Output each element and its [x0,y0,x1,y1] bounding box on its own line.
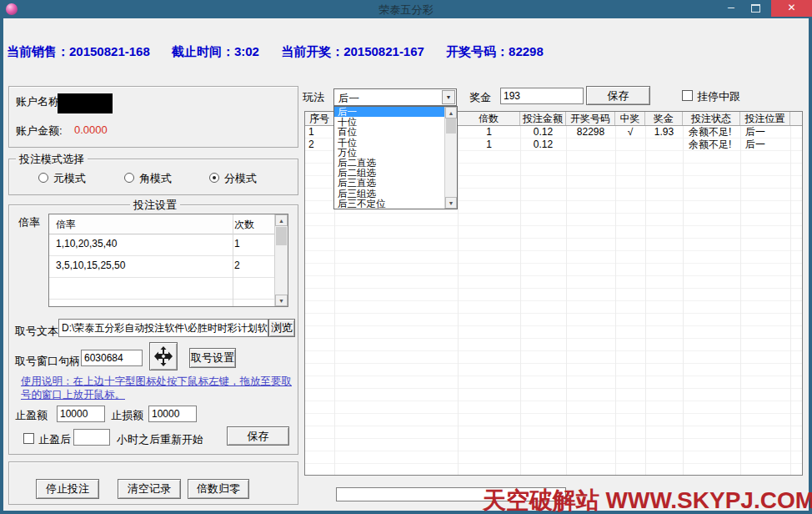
usage-instructions: 使用说明：在上边十字型图标处按下鼠标左键，拖放至要取号的窗口上放开鼠标。 [21,375,293,401]
title-bar[interactable]: 荣泰五分彩 – ✕ [0,0,812,18]
radio-jiao-mode-label[interactable]: 角模式 [139,171,172,186]
rate-row-empty[interactable] [49,278,276,300]
record-multiple[interactable]: 1 [458,126,520,139]
record-win-checkmark[interactable]: √ [615,126,645,139]
col-win[interactable]: 中奖 [615,112,645,125]
prize-input[interactable] [500,88,584,104]
dropdown-option[interactable]: 后三直选 [334,178,445,188]
rate-label: 倍率 [18,215,40,230]
save-prize-button[interactable]: 保存 [586,86,650,105]
hang-follow-checkbox[interactable] [682,90,693,101]
column-divider [233,214,233,306]
chevron-down-icon[interactable]: ▼ [442,90,455,104]
crosshair-drag-button[interactable] [149,342,178,370]
hang-follow-label[interactable]: 挂停中跟 [697,89,740,104]
window-handle-label: 取号窗口句柄 [15,354,80,369]
action-buttons-panel: 停止投注 清空记录 倍数归零 [8,461,298,505]
record-draw-number[interactable] [566,139,615,151]
rate-table-header: 倍率 次数 [49,214,276,234]
stop-loss-label: 止损额 [111,408,143,423]
bet-settings-group-title: 投注设置 [130,198,180,213]
col-draw-number[interactable]: 开奖号码 [566,112,615,125]
dropdown-option[interactable]: 十位 [334,117,445,127]
count-value: 2 [234,260,240,271]
fetch-settings-button[interactable]: 取号设置 [189,348,236,368]
resume-suffix-label: 小时之后重新开始 [117,432,203,447]
rate-value: 3,5,10,15,25,50 [56,260,125,271]
record-seq[interactable]: 1 [308,126,332,139]
scroll-up-icon[interactable]: ▲ [275,214,288,226]
bet-mode-group: 投注模式选择 元模式 角模式 分模式 [8,159,298,195]
save-settings-button[interactable]: 保存 [227,426,289,446]
col-filler [790,112,802,125]
radio-fen-mode[interactable] [209,173,219,183]
scroll-down-icon[interactable]: ▼ [275,295,288,306]
dropdown-scrollbar[interactable]: ▲ ▼ [444,107,457,209]
dropdown-option[interactable]: 后一 [334,107,445,117]
dropdown-option[interactable]: 后三不定位 [334,199,445,209]
clear-records-button[interactable]: 清空记录 [118,479,181,499]
resume-hours-input[interactable] [73,429,110,446]
dropdown-option[interactable]: 后二直选 [334,158,445,168]
record-position[interactable]: 后一 [745,126,795,139]
dropdown-option[interactable]: 后三组选 [334,189,445,199]
status-current-draw: 当前开奖：20150821-167 [281,44,424,58]
scroll-up-icon[interactable]: ▲ [445,107,457,118]
record-prize[interactable]: 1.93 [645,126,683,139]
scrollbar-thumb[interactable] [276,227,287,245]
dropdown-option[interactable]: 万位 [334,148,445,158]
rate-row[interactable]: 1,10,20,35,40 1 [49,234,276,256]
rate-col-header: 倍率 [56,218,76,232]
scroll-down-icon[interactable]: ▼ [445,197,457,209]
status-bar: 当前销售：20150821-168 截止时间：3:02 当前开奖：2015082… [7,44,799,60]
record-status[interactable]: 余额不足! [689,139,746,151]
play-type-selected: 后一 [338,92,359,106]
account-balance-label: 账户金额: [16,123,63,139]
radio-yuan-mode[interactable] [38,173,48,183]
window-handle-input[interactable] [81,350,143,366]
stop-win-input[interactable] [57,406,105,422]
record-position[interactable]: 后一 [745,139,795,151]
status-draw-number: 开奖号码：82298 [446,44,544,58]
record-amount[interactable]: 0.12 [520,126,566,139]
fetch-text-input[interactable]: D:\荣泰五分彩自动投注软件\必胜时时彩计划软件 [58,319,268,337]
record-amount[interactable]: 0.12 [520,139,566,151]
dropdown-option[interactable]: 千位 [334,138,445,148]
status-current-sale: 当前销售：20150821-168 [7,44,150,58]
account-name-redacted [58,93,113,113]
minimize-button[interactable]: – [722,1,740,16]
col-seq[interactable]: 序号 [305,112,334,125]
stop-loss-input[interactable] [148,406,197,422]
radio-fen-mode-label[interactable]: 分模式 [224,171,257,186]
record-multiple[interactable]: 1 [458,139,520,151]
record-win-checkmark[interactable] [615,139,645,151]
bet-mode-group-title: 投注模式选择 [16,152,88,167]
record-draw-number[interactable]: 82298 [566,126,615,139]
prize-label: 奖金 [469,90,491,105]
play-type-combobox[interactable]: 后一 ▼ [333,88,457,106]
record-status[interactable]: 余额不足! [689,126,746,139]
dropdown-option[interactable]: 百位 [334,127,445,137]
close-button[interactable]: ✕ [771,0,812,17]
account-name-label: 账户名称: [16,94,63,109]
dropdown-option[interactable]: 后二组选 [334,168,445,178]
col-multiple[interactable]: 倍数 [458,112,520,125]
record-prize[interactable] [645,139,683,151]
col-position[interactable]: 投注位置 [740,112,790,125]
resume-checkbox-label[interactable]: 止盈后 [38,432,71,447]
rate-table-scrollbar[interactable]: ▲ ▼ [274,214,288,306]
radio-jiao-mode[interactable] [124,173,134,183]
browse-button[interactable]: 浏览 [268,319,295,337]
maximize-icon[interactable] [751,4,760,13]
col-status[interactable]: 投注状态 [683,112,740,125]
rate-row[interactable]: 3,5,10,15,25,50 2 [49,256,276,278]
stop-betting-button[interactable]: 停止投注 [36,479,99,499]
col-prize[interactable]: 奖金 [645,112,683,125]
scrollbar-thumb[interactable] [446,118,456,134]
reset-multiple-button[interactable]: 倍数归零 [188,479,249,499]
record-seq[interactable]: 2 [308,139,332,151]
resume-checkbox[interactable] [23,433,34,444]
stop-win-label: 止盈额 [15,408,48,423]
radio-yuan-mode-label[interactable]: 元模式 [53,171,86,186]
col-amount[interactable]: 投注金额 [520,112,566,125]
